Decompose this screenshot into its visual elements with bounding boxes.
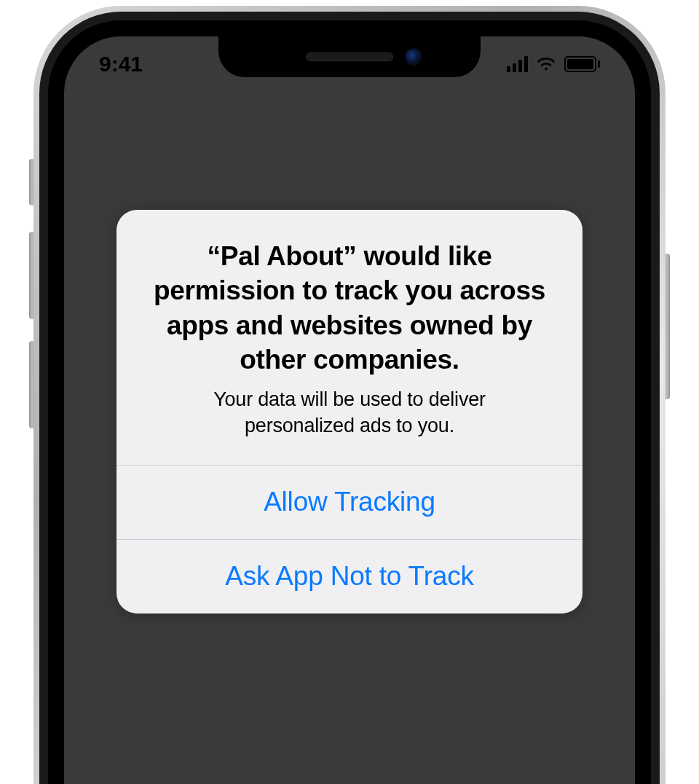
battery-icon bbox=[564, 56, 600, 72]
front-camera bbox=[405, 48, 422, 66]
status-time: 9:41 bbox=[99, 52, 143, 77]
wifi-icon bbox=[535, 56, 557, 72]
alert-message: Your data will be used to deliver person… bbox=[143, 387, 556, 438]
alert-content: “Pal About” would like permission to tra… bbox=[116, 210, 582, 465]
tracking-permission-alert: “Pal About” would like permission to tra… bbox=[116, 210, 582, 614]
notch bbox=[218, 36, 481, 77]
alert-title: “Pal About” would like permission to tra… bbox=[143, 239, 556, 377]
phone-screen: 9:41 bbox=[64, 36, 635, 784]
ask-not-to-track-button[interactable]: Ask App Not to Track bbox=[116, 539, 582, 614]
status-icons bbox=[507, 56, 600, 72]
phone-device-frame: 9:41 bbox=[33, 6, 666, 784]
cellular-signal-icon bbox=[507, 56, 528, 72]
speaker-grille bbox=[306, 52, 393, 61]
allow-tracking-button[interactable]: Allow Tracking bbox=[116, 465, 582, 539]
